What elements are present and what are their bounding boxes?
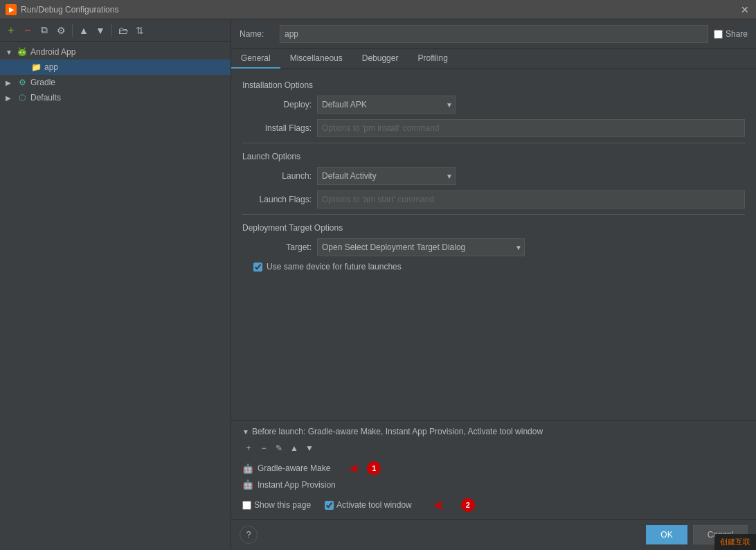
- bottom-bar: ? OK Cancel: [231, 519, 756, 550]
- gradle-make-icon: 🤖: [242, 463, 253, 474]
- launch-item-instant-app: 🤖 Instant App Provision: [242, 478, 745, 491]
- tab-miscellaneous[interactable]: Miscellaneous: [280, 49, 352, 69]
- same-device-label: Use same device for future launches: [267, 262, 402, 272]
- name-input[interactable]: [280, 25, 708, 43]
- activate-tool-item: Activate tool window: [325, 500, 412, 510]
- sort-button[interactable]: ⇅: [133, 24, 147, 37]
- launch-flags-row: Launch Flags:: [242, 190, 745, 209]
- same-device-row: Use same device for future launches: [253, 262, 745, 272]
- toolbar-separator1: [72, 24, 73, 37]
- launch-select[interactable]: Default Activity Specified Activity Noth…: [317, 167, 456, 185]
- launch-label: Launch:: [242, 171, 312, 181]
- move-down-button[interactable]: ▼: [93, 24, 107, 37]
- target-select[interactable]: Open Select Deployment Target Dialog USB…: [317, 238, 525, 256]
- launch-edit-button[interactable]: ✎: [273, 442, 285, 454]
- expand-icon: ▼: [6, 48, 14, 56]
- remove-config-button[interactable]: −: [21, 24, 35, 37]
- section-divider1: [242, 143, 745, 143]
- close-button[interactable]: ✕: [739, 4, 750, 15]
- app-icon: ▶: [6, 4, 17, 15]
- install-flags-row: Install Flags:: [242, 119, 745, 137]
- folder-button[interactable]: 🗁: [116, 24, 130, 37]
- gradle-label: Gradle: [30, 78, 55, 87]
- toolbar-separator2: [111, 24, 112, 37]
- launch-toolbar: + − ✎ ▲ ▼: [242, 442, 745, 454]
- copy-config-button[interactable]: ⧉: [37, 24, 51, 37]
- tree-item-defaults[interactable]: ▶ ⬡ Defaults: [0, 90, 231, 105]
- target-label: Target:: [242, 242, 312, 252]
- activate-tool-checkbox[interactable]: [325, 501, 334, 510]
- share-checkbox[interactable]: [714, 30, 723, 39]
- deploy-label: Deploy:: [242, 100, 312, 109]
- name-row: Name: Share: [231, 19, 756, 49]
- before-launch-title-text: Before launch: Gradle-aware Make, Instan…: [252, 427, 543, 436]
- ok-button[interactable]: OK: [646, 525, 687, 544]
- launch-flags-input[interactable]: [317, 190, 745, 209]
- instant-app-icon: 🤖: [242, 479, 253, 490]
- launch-add-button[interactable]: +: [242, 442, 255, 454]
- window-title: Run/Debug Configurations: [21, 5, 735, 15]
- share-label: Share: [726, 29, 748, 39]
- tab-general[interactable]: General: [231, 49, 280, 69]
- launch-up-button[interactable]: ▲: [288, 442, 300, 454]
- defaults-expand-icon: ▶: [6, 94, 14, 102]
- svg-point-2: [20, 52, 21, 53]
- watermark: 创建互联: [714, 534, 756, 550]
- gradle-make-label: Gradle-aware Make: [258, 463, 330, 473]
- config-tabs: General Miscellaneous Debugger Profiling: [231, 49, 756, 69]
- deployment-target-title: Deployment Target Options: [242, 223, 745, 233]
- deploy-row: Deploy: Default APK APK from app bundle …: [242, 96, 745, 114]
- activate-tool-label: Activate tool window: [336, 500, 412, 510]
- annotation-arrow-2: ➤: [433, 497, 444, 513]
- tree-item-app[interactable]: 📁 app: [0, 60, 231, 75]
- android-app-label: Android App: [30, 47, 75, 57]
- app-folder-icon: 📁: [30, 62, 42, 73]
- move-up-button[interactable]: ▲: [77, 24, 91, 37]
- launch-flags-label: Launch Flags:: [242, 195, 312, 204]
- install-flags-input[interactable]: [317, 119, 745, 137]
- launch-items-list: 🤖 Gradle-aware Make ➤ 1 🤖 Instant App Pr…: [242, 459, 745, 491]
- config-content: Name: Share General Miscellaneous Debugg…: [231, 19, 756, 550]
- svg-line-5: [24, 48, 25, 49]
- deploy-select[interactable]: Default APK APK from app bundle Nothing: [317, 96, 456, 114]
- same-device-checkbox[interactable]: [253, 263, 262, 272]
- annotation-badge-1: 1: [367, 461, 381, 475]
- install-flags-label: Install Flags:: [242, 123, 312, 133]
- annotation-arrow-1: ➤: [348, 460, 360, 477]
- share-container: Share: [714, 29, 748, 39]
- tab-debugger[interactable]: Debugger: [352, 49, 408, 69]
- before-launch-title: ▼ Before launch: Gradle-aware Make, Inst…: [242, 427, 745, 436]
- settings-button[interactable]: ⚙: [54, 24, 68, 37]
- target-select-wrapper: Open Select Deployment Target Dialog USB…: [317, 238, 525, 256]
- tree-item-android-app[interactable]: ▼ Android App: [0, 44, 231, 60]
- launch-select-wrapper: Default Activity Specified Activity Noth…: [317, 167, 456, 185]
- name-field-label: Name:: [240, 29, 274, 39]
- config-tree: ▼ Android App 📁 app: [0, 42, 231, 550]
- title-bar: ▶ Run/Debug Configurations ✕: [0, 0, 756, 19]
- tab-profiling[interactable]: Profiling: [408, 49, 457, 69]
- show-page-label: Show this page: [254, 500, 311, 510]
- instant-app-label: Instant App Provision: [258, 480, 336, 490]
- help-button[interactable]: ?: [240, 526, 258, 544]
- gradle-icon: ⚙: [17, 77, 28, 88]
- deploy-select-wrapper: Default APK APK from app bundle Nothing …: [317, 96, 456, 114]
- launch-row: Launch: Default Activity Specified Activ…: [242, 167, 745, 185]
- target-row: Target: Open Select Deployment Target Di…: [242, 238, 745, 256]
- launch-down-button[interactable]: ▼: [303, 442, 316, 454]
- sidebar: + − ⧉ ⚙ ▲ ▼ 🗁 ⇅ ▼: [0, 19, 231, 550]
- launch-options-title: Launch Options: [242, 152, 745, 161]
- svg-point-3: [24, 52, 25, 53]
- brand-text: 创建互联: [720, 538, 750, 546]
- gradle-expand-icon: ▶: [6, 79, 14, 87]
- show-page-checkbox[interactable]: [242, 501, 251, 510]
- defaults-label: Defaults: [30, 93, 61, 103]
- launch-item-gradle: 🤖 Gradle-aware Make ➤ 1: [242, 459, 745, 478]
- svg-line-4: [19, 48, 20, 49]
- add-config-button[interactable]: +: [4, 24, 18, 37]
- form-content: Installation Options Deploy: Default APK…: [231, 69, 756, 420]
- bottom-checkboxes: Show this page Activate tool window ➤ 2: [242, 497, 745, 513]
- tree-item-gradle[interactable]: ▶ ⚙ Gradle: [0, 75, 231, 90]
- launch-remove-button[interactable]: −: [258, 442, 270, 454]
- svg-rect-1: [19, 51, 26, 55]
- collapse-arrow-icon: ▼: [242, 428, 249, 436]
